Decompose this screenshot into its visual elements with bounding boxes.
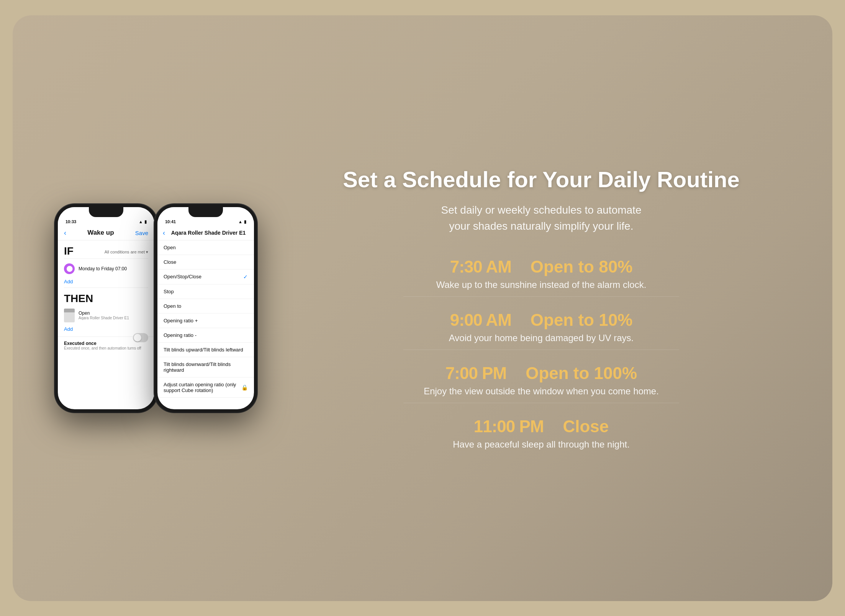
phone-2-menu-item[interactable]: Tilt blinds upward/Tilt blinds leftward <box>157 343 254 357</box>
phone-2-title: Aqara Roller Shade Driver E1 <box>168 230 249 236</box>
schedule-divider <box>403 403 679 403</box>
divider-2 <box>64 288 148 288</box>
schedule-divider <box>403 350 679 350</box>
phone-2-menu-item[interactable]: Tilt blinds downward/Tilt blinds rightwa… <box>157 357 254 377</box>
menu-item-label: Tilt blinds upward/Tilt blinds leftward <box>164 347 243 353</box>
battery-icon: ▮ <box>144 219 147 224</box>
page-subtitle: Set daily or weekly schedules to automat… <box>441 202 642 234</box>
phone-1-status-icons: ▲ ▮ <box>139 219 147 224</box>
phone-2-notch <box>188 207 223 217</box>
phone-2-menu-item[interactable]: Open/Stop/Close✓ <box>157 270 254 284</box>
subtitle-line1: Set daily or weekly schedules to automat… <box>441 204 642 216</box>
main-card: 10:33 ▲ ▮ ‹ Wake up Save IF <box>13 15 832 601</box>
menu-item-label: Opening ratio - <box>164 332 197 338</box>
phones-section: 10:33 ▲ ▮ ‹ Wake up Save IF <box>43 15 281 601</box>
phone-2: 10:41 ▲ ▮ ‹ Aqara Roller Shade Driver E1… <box>154 204 257 412</box>
schedule-top: 7:30 AM Open to 80% <box>450 257 633 276</box>
phone-1-save-button[interactable]: Save <box>135 230 148 236</box>
phone-1-header: ‹ Wake up Save <box>58 227 154 240</box>
menu-item-label: Opening ratio + <box>164 318 198 324</box>
phone-1-if-section: IF All conditions are met ▾ <box>58 240 154 257</box>
schedule-time: 7:30 AM <box>450 257 511 276</box>
action-title: Open <box>79 310 129 316</box>
action-device: Aqara Roller Shade Driver E1 <box>79 316 129 320</box>
phone-2-back-button[interactable]: ‹ <box>163 229 165 237</box>
menu-item-label: Adjust curtain opening ratio (only suppo… <box>164 382 241 393</box>
schedule-top: 9:00 AM Open to 10% <box>450 310 633 330</box>
schedule-divider <box>403 296 679 297</box>
action-details: Open Aqara Roller Shade Driver E1 <box>79 310 129 320</box>
schedule-description: Avoid your home being damaged by UV rays… <box>449 333 634 343</box>
phone-2-menu-item[interactable]: Stop <box>157 284 254 299</box>
schedule-action: Open to 100% <box>526 364 637 383</box>
phone-2-status-icons: ▲ ▮ <box>238 219 246 224</box>
wifi-icon-2: ▲ <box>238 219 242 224</box>
phone-1-notch <box>89 207 123 217</box>
schedule-action: Close <box>563 417 609 436</box>
condition-row: Monday to Friday 07:00 <box>58 260 154 277</box>
menu-item-label: Open/Stop/Close <box>164 274 201 279</box>
phone-1-title: Wake up <box>87 229 114 237</box>
shade-icon <box>64 309 75 322</box>
action-row: Open Aqara Roller Shade Driver E1 <box>58 306 154 325</box>
page-title: Set a Schedule for Your Daily Routine <box>343 166 740 193</box>
executed-toggle[interactable] <box>133 333 148 342</box>
phone-2-header: ‹ Aqara Roller Shade Driver E1 <box>157 227 254 240</box>
phone-2-menu: OpenCloseOpen/Stop/Close✓StopOpen toOpen… <box>157 240 254 398</box>
checkmark-icon: ✓ <box>243 274 248 280</box>
lock-icon: 🔒 <box>241 384 248 391</box>
executed-row: Executed once Executed once, and then au… <box>58 337 154 354</box>
phone-1: 10:33 ▲ ▮ ‹ Wake up Save IF <box>55 204 157 412</box>
schedule-description: Wake up to the sunshine instead of the a… <box>436 279 647 290</box>
menu-item-label: Open to <box>164 303 181 309</box>
info-section: Set a Schedule for Your Daily Routine Se… <box>281 143 802 473</box>
conditions-met[interactable]: All conditions are met ▾ <box>64 250 148 255</box>
phone-2-time: 10:41 <box>165 219 176 224</box>
schedule-item: 7:00 PM Open to 100% Enjoy the view outs… <box>369 364 714 403</box>
schedule-item: 11:00 PM Close Have a peaceful sleep all… <box>369 417 714 450</box>
schedule-description: Enjoy the view outside the window when y… <box>424 386 659 397</box>
phone-2-menu-item[interactable]: Close <box>157 255 254 270</box>
menu-item-label: Stop <box>164 289 174 294</box>
battery-icon-2: ▮ <box>244 219 246 224</box>
add-condition-button[interactable]: Add <box>58 277 154 286</box>
schedule-list: 7:30 AM Open to 80% Wake up to the sunsh… <box>369 257 714 450</box>
schedule-time: 7:00 PM <box>445 364 506 383</box>
phone-2-menu-item[interactable]: Open to <box>157 299 254 314</box>
subtitle-line2: your shades naturally simplify your life… <box>449 220 634 232</box>
schedule-item: 7:30 AM Open to 80% Wake up to the sunsh… <box>369 257 714 297</box>
add-action-button[interactable]: Add <box>58 325 154 333</box>
schedule-description: Have a peaceful sleep all through the ni… <box>453 439 630 450</box>
clock-icon <box>64 263 75 274</box>
menu-item-label: Close <box>164 259 176 265</box>
menu-item-label: Tilt blinds downward/Tilt blinds rightwa… <box>164 361 248 373</box>
divider-1 <box>64 258 148 259</box>
schedule-time: 9:00 AM <box>450 310 511 330</box>
phone-2-menu-item[interactable]: Adjust curtain opening ratio (only suppo… <box>157 377 254 398</box>
wifi-icon: ▲ <box>139 219 143 224</box>
then-label: THEN <box>58 289 154 306</box>
phone-2-menu-item[interactable]: Open <box>157 240 254 255</box>
schedule-time: 11:00 PM <box>474 417 544 436</box>
phone-2-screen: 10:41 ▲ ▮ ‹ Aqara Roller Shade Driver E1… <box>157 207 254 409</box>
phone-2-menu-item[interactable]: Opening ratio + <box>157 314 254 328</box>
phone-2-menu-item[interactable]: Opening ratio - <box>157 328 254 343</box>
phone-1-screen: 10:33 ▲ ▮ ‹ Wake up Save IF <box>58 207 154 409</box>
menu-item-label: Open <box>164 245 176 250</box>
schedule-top: 11:00 PM Close <box>474 417 609 436</box>
phone-1-time: 10:33 <box>66 219 76 224</box>
executed-sub: Executed once, and then automation turns… <box>64 346 148 350</box>
schedule-action: Open to 10% <box>531 310 633 330</box>
if-label: IF <box>64 245 74 257</box>
phone-1-back-button[interactable]: ‹ <box>64 229 66 237</box>
schedule-action: Open to 80% <box>531 257 633 276</box>
condition-text: Monday to Friday 07:00 <box>79 266 127 271</box>
schedule-top: 7:00 PM Open to 100% <box>445 364 637 383</box>
schedule-item: 9:00 AM Open to 10% Avoid your home bein… <box>369 310 714 350</box>
content-wrapper: 10:33 ▲ ▮ ‹ Wake up Save IF <box>13 15 832 601</box>
